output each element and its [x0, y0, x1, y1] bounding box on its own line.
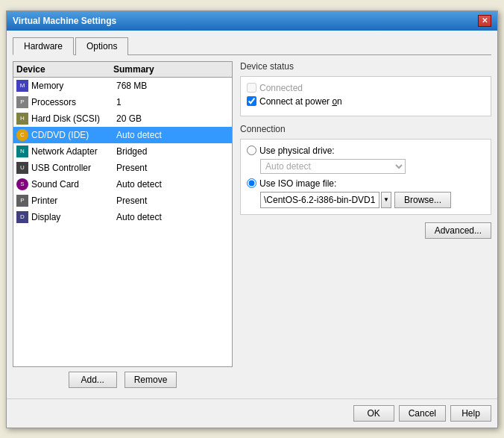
network-icon: N — [16, 146, 28, 157]
window-title: Virtual Machine Settings — [13, 16, 116, 26]
device-name: Memory — [31, 81, 116, 91]
table-row[interactable]: NNetwork AdapterBridged — [13, 143, 232, 160]
device-name: Hard Disk (SCSI) — [31, 113, 116, 124]
advanced-row: Advanced... — [240, 222, 491, 239]
tab-hardware[interactable]: Hardware — [13, 37, 74, 55]
processors-icon: P — [16, 96, 28, 108]
remove-button[interactable]: Remove — [125, 372, 177, 388]
display-icon: D — [16, 211, 28, 223]
main-content: Device Summary MMemory768 MBPProcessors1… — [13, 61, 491, 388]
iso-dropdown-button[interactable]: ▼ — [381, 192, 391, 208]
device-summary: Present — [116, 195, 229, 206]
table-row[interactable]: HHard Disk (SCSI)20 GB — [13, 110, 232, 127]
device-status-box: Connected Connect at power on — [240, 76, 491, 116]
tabs: Hardware Options — [13, 37, 491, 55]
hard-disk-icon: H — [16, 113, 28, 125]
advanced-button[interactable]: Advanced... — [425, 222, 491, 239]
connected-row: Connected — [247, 83, 485, 93]
left-panel: Device Summary MMemory768 MBPProcessors1… — [13, 61, 233, 388]
cdvd-icon: C — [16, 129, 28, 141]
iso-path-input[interactable] — [260, 192, 379, 208]
device-name: Display — [31, 212, 116, 222]
device-summary: 768 MB — [116, 81, 229, 91]
window-body: Hardware Options Device Summary MMemory7… — [7, 31, 497, 394]
iso-radio-row: Use ISO image file: — [247, 178, 485, 189]
browse-button[interactable]: Browse... — [394, 192, 451, 208]
device-name: Processors — [31, 97, 116, 107]
title-bar-buttons: ✕ — [478, 15, 491, 27]
physical-drive-radio[interactable] — [247, 146, 256, 155]
tab-options[interactable]: Options — [75, 37, 128, 55]
device-summary: Bridged — [116, 146, 229, 157]
table-row[interactable]: PProcessors1 — [13, 94, 232, 110]
close-button[interactable]: ✕ — [478, 15, 491, 27]
connection-title: Connection — [240, 124, 491, 134]
usb-icon: U — [16, 162, 28, 174]
table-row[interactable]: MMemory768 MB — [13, 78, 232, 94]
connected-label: Connected — [259, 83, 303, 93]
footer: OK Cancel Help — [7, 398, 497, 428]
table-row[interactable]: CCD/DVD (IDE)Auto detect — [13, 127, 232, 143]
sound-icon: S — [16, 178, 28, 190]
iso-label: Use ISO image file: — [259, 178, 336, 189]
title-bar: Virtual Machine Settings ✕ — [7, 11, 497, 31]
iso-row: ▼ Browse... — [260, 192, 485, 208]
bottom-buttons: Add... Remove — [13, 372, 233, 388]
col-device-header: Device — [16, 64, 113, 75]
table-row[interactable]: SSound CardAuto detect — [13, 176, 232, 193]
cancel-button[interactable]: Cancel — [399, 405, 446, 422]
device-name: Network Adapter — [31, 146, 116, 157]
device-status-title: Device status — [240, 61, 491, 72]
physical-drive-radio-row: Use physical drive: — [247, 146, 485, 156]
device-table: Device Summary MMemory768 MBPProcessors1… — [13, 61, 233, 367]
table-header: Device Summary — [13, 62, 232, 78]
device-summary: Auto detect — [116, 179, 229, 190]
virtual-machine-settings-window: Virtual Machine Settings ✕ Hardware Opti… — [6, 10, 498, 428]
device-name: CD/DVD (IDE) — [31, 130, 116, 140]
table-row[interactable]: DDisplayAuto detect — [13, 209, 232, 225]
device-summary: 20 GB — [116, 113, 229, 124]
power-on-checkbox[interactable] — [247, 96, 256, 106]
physical-drive-dropdown-row: Auto detect — [260, 159, 485, 174]
power-on-label: Connect at power on — [259, 96, 342, 107]
power-on-row: Connect at power on — [247, 96, 485, 107]
device-name: USB Controller — [31, 163, 116, 173]
physical-drive-label: Use physical drive: — [259, 146, 335, 156]
table-row[interactable]: PPrinterPresent — [13, 193, 232, 209]
device-name: Sound Card — [31, 179, 116, 190]
help-button[interactable]: Help — [450, 405, 491, 422]
ok-button[interactable]: OK — [353, 405, 394, 422]
device-summary: Auto detect — [116, 212, 229, 222]
connection-box: Use physical drive: Auto detect Use ISO … — [240, 139, 491, 215]
device-summary: Auto detect — [116, 130, 229, 140]
iso-radio[interactable] — [247, 178, 256, 188]
connected-checkbox[interactable] — [247, 83, 256, 93]
table-row[interactable]: UUSB ControllerPresent — [13, 160, 232, 176]
device-name: Printer — [31, 195, 116, 206]
printer-icon: P — [16, 195, 28, 207]
device-summary: Present — [116, 163, 229, 173]
physical-drive-select[interactable]: Auto detect — [260, 159, 406, 174]
right-panel: Device status Connected Connect at power… — [240, 61, 491, 388]
memory-icon: M — [16, 80, 28, 92]
device-summary: 1 — [116, 97, 229, 107]
add-button[interactable]: Add... — [69, 372, 117, 388]
col-summary-header: Summary — [113, 64, 229, 75]
